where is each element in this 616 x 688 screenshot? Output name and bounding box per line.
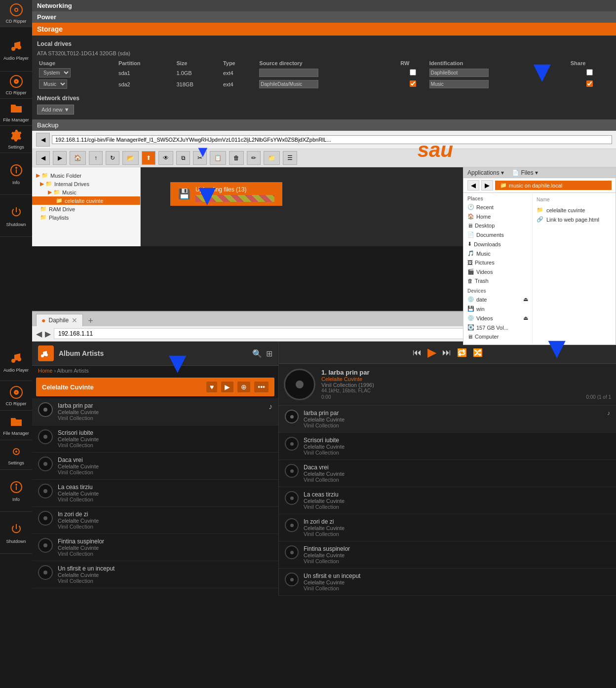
fm-cut[interactable]: ✂ — [193, 151, 207, 165]
track-item[interactable]: In zori de ziCelelalte CuvinteVinil Coll… — [32, 507, 278, 534]
fm-tree-internal[interactable]: ▶ 📁 Internal Drives — [32, 180, 140, 188]
fm-upload[interactable]: ⬆ — [142, 151, 155, 165]
fm-home[interactable]: 🏠 — [70, 151, 86, 165]
fm-tree-playlists[interactable]: 📁 Playlists — [32, 213, 140, 222]
queue-item[interactable]: Fintina suspinelorCelelalte CuvinteVinil… — [279, 541, 616, 569]
list-item[interactable]: 📁 celelalte cuvinte — [537, 205, 612, 215]
sidebar2-file-manager[interactable]: File Manager — [0, 411, 32, 440]
track-item[interactable]: Scrisori iubiteCelelalte CuvinteVinil Co… — [32, 425, 278, 453]
fm-tree-ram[interactable]: 📁 RAM Drive — [32, 205, 140, 213]
sidebar-item-audio-player[interactable]: Audio Player — [0, 27, 32, 72]
files-music[interactable]: 🎵 Music — [463, 249, 532, 258]
queue-item[interactable]: Scrisori iubiteCelelalte CuvinteVinil Co… — [279, 433, 616, 460]
files-trash[interactable]: 🗑 Trash — [463, 276, 532, 285]
rw-check-1[interactable] — [410, 69, 416, 76]
fm-back-btn[interactable]: ◀ — [36, 133, 50, 147]
queue-item[interactable]: In zori de ziCelelalte CuvinteVinil Coll… — [279, 514, 616, 541]
fm-tree-music[interactable]: ▶ 📁 Music — [32, 188, 140, 196]
share-check-1[interactable] — [586, 69, 593, 76]
fm-view[interactable]: 👁 — [158, 151, 173, 165]
play-artist-btn[interactable]: ▶ — [221, 382, 233, 392]
files-videos[interactable]: 🎬 Videos — [463, 267, 532, 276]
fm-forward[interactable]: ▶ — [53, 151, 67, 165]
usage-select-1[interactable]: System — [39, 68, 71, 77]
track-item[interactable]: Iarba prin par Celelalte Cuvinte Vinil C… — [32, 398, 278, 425]
browser-forward[interactable]: ▶ — [45, 329, 51, 339]
sidebar2-settings[interactable]: Settings — [0, 440, 32, 470]
files-desktop[interactable]: 🖥 Desktop — [463, 221, 532, 230]
source-input-1[interactable] — [259, 69, 318, 77]
share-check-2[interactable] — [586, 80, 593, 87]
files-device-157gb[interactable]: 💽 157 GB Vol... — [463, 323, 532, 332]
files-recent[interactable]: 🕐 Recent — [463, 202, 532, 212]
source-input-2[interactable] — [259, 80, 318, 88]
files-back-btn[interactable]: ◀ — [467, 180, 479, 191]
files-device-win[interactable]: 💾 win — [463, 304, 532, 313]
fm-paste[interactable]: 📋 — [210, 151, 226, 165]
sidebar2-audio-player[interactable]: Audio Player — [0, 342, 32, 381]
files-computer[interactable]: 🖥 Computer — [463, 332, 532, 341]
files-device-videos[interactable]: 💿 Videos ⏏ — [463, 313, 532, 323]
search-panel-icon[interactable]: 🔍 — [252, 349, 262, 358]
fm-up[interactable]: ↑ — [89, 151, 103, 165]
more-artist-btn[interactable]: ••• — [254, 382, 269, 392]
fm-new-folder[interactable]: 📁 — [264, 151, 280, 165]
fm-tree-celelalte[interactable]: 📁 celelalte cuvinte — [32, 196, 140, 205]
sidebar2-shutdown[interactable]: Shutdown — [0, 512, 32, 554]
next-btn[interactable]: ⏭ — [442, 347, 451, 358]
files-device-date[interactable]: 💿 date ⏏ — [463, 295, 532, 304]
sidebar-item-info[interactable]: Info — [0, 153, 32, 195]
browser-url-input[interactable] — [54, 328, 468, 339]
fm-copy[interactable]: ⧉ — [176, 151, 190, 165]
queue-item[interactable]: Daca vreiCelelalte CuvinteVinil Collecti… — [279, 460, 616, 487]
repeat-btn[interactable]: 🔁 — [457, 348, 467, 357]
heart-btn[interactable]: ♥ — [206, 382, 217, 392]
track-item[interactable]: La ceas tirziuCelelalte CuvinteVinil Col… — [32, 480, 278, 507]
shuffle-btn[interactable]: 🔀 — [473, 348, 483, 357]
fm-tree-music-folder[interactable]: ▶ 📁 Music Folder — [32, 171, 140, 180]
id-input-2[interactable] — [429, 80, 489, 88]
queue-item[interactable]: La ceas tirziuCelelalte CuvinteVinil Col… — [279, 487, 616, 514]
fm-open-folder[interactable]: 📂 — [122, 151, 139, 165]
files-forward-btn[interactable]: ▶ — [481, 180, 493, 191]
list-item[interactable]: 🔗 Link to web page.html — [537, 215, 612, 224]
fm-menu[interactable]: ☰ — [283, 151, 297, 165]
queue-item[interactable]: Iarba prin parCelelalte CuvinteVinil Col… — [279, 406, 616, 433]
close-icon[interactable]: ✕ — [72, 316, 77, 324]
sidebar-item-cd-ripper2[interactable]: CD Ripper — [0, 72, 32, 99]
sidebar-label-fm: File Manager — [3, 117, 29, 122]
browser-back[interactable]: ◀ — [36, 329, 42, 339]
applications-menu[interactable]: Applications ▾ — [467, 169, 504, 176]
queue-item[interactable]: Un sfirsit e un inceputCelelalte Cuvinte… — [279, 569, 616, 596]
sidebar2-cd-ripper[interactable]: CD Ripper — [0, 381, 32, 411]
fm-rename[interactable]: ✏ — [247, 151, 261, 165]
fm-refresh[interactable]: ↻ — [106, 151, 119, 165]
sidebar2-info[interactable]: Info — [0, 470, 32, 512]
fm-back[interactable]: ◀ — [36, 151, 50, 165]
track-item[interactable]: Fintina suspinelorCelelalte CuvinteVinil… — [32, 534, 278, 561]
files-documents[interactable]: 📄 Documents — [463, 230, 532, 239]
track-item[interactable]: Un sfirsit e un inceputCelelalte Cuvinte… — [32, 561, 278, 588]
sidebar-item-settings[interactable]: Settings — [0, 126, 32, 153]
files-pictures[interactable]: 🖼 Pictures — [463, 258, 532, 267]
fm-url-input[interactable] — [52, 135, 612, 144]
track-item[interactable]: Daca vreiCelelalte CuvinteVinil Collecti… — [32, 453, 278, 480]
play-btn[interactable]: ▶ — [427, 345, 436, 359]
layout-icon[interactable]: ⊞ — [266, 349, 272, 358]
add-new-button[interactable]: Add new ▼ — [37, 105, 74, 115]
sidebar-item-file-manager[interactable]: File Manager — [0, 99, 32, 126]
browser-tab[interactable]: ● Daphile ✕ — [36, 314, 83, 326]
prev-btn[interactable]: ⏮ — [413, 347, 422, 358]
sidebar-item-cd-ripper[interactable]: CD Ripper — [0, 0, 32, 27]
breadcrumb-home[interactable]: Home — [38, 368, 52, 374]
add-artist-btn[interactable]: ⊕ — [237, 382, 250, 392]
usage-select-2[interactable]: Music — [39, 79, 67, 89]
files-menu[interactable]: 📄 Files ▾ — [512, 169, 538, 176]
id-input-1[interactable] — [429, 69, 489, 77]
rw-check-2[interactable] — [410, 80, 416, 87]
files-downloads[interactable]: ⬇ Downloads — [463, 239, 532, 249]
files-home[interactable]: 🏠 Home — [463, 212, 532, 221]
sidebar-item-shutdown[interactable]: Shutdown — [0, 195, 32, 237]
add-tab-btn[interactable]: + — [85, 316, 96, 326]
fm-delete[interactable]: 🗑 — [229, 151, 244, 165]
